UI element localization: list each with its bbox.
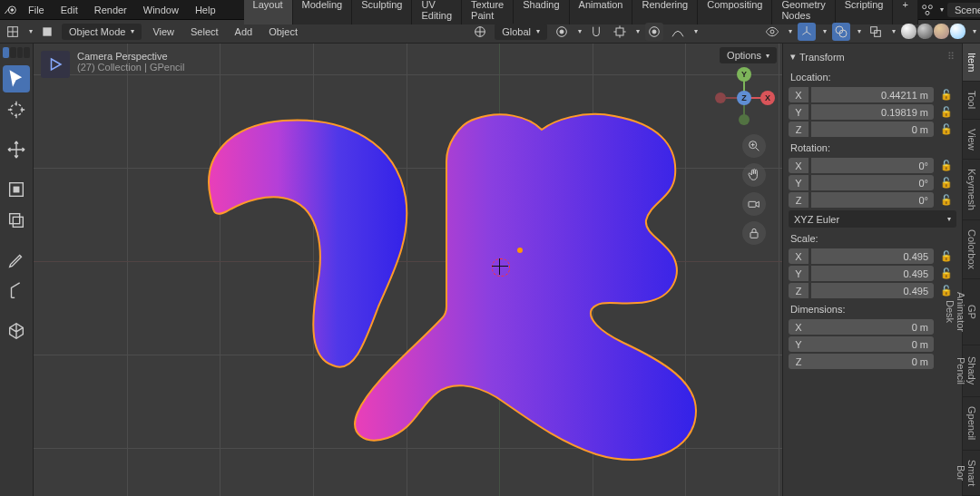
chevron-down-icon[interactable]: ▾ bbox=[940, 5, 944, 14]
mode-dropdown[interactable]: Object Mode▾ bbox=[62, 24, 142, 40]
tool-transform[interactable] bbox=[3, 207, 30, 234]
visibility-icon[interactable] bbox=[763, 23, 781, 41]
select-mode-2[interactable] bbox=[10, 47, 16, 58]
drag-handle-icon[interactable]: ⠿ bbox=[947, 51, 955, 63]
tool-select-box[interactable] bbox=[3, 65, 30, 92]
vtab-gp-animator[interactable]: GP Animator Desk bbox=[963, 279, 980, 345]
tool-move[interactable] bbox=[3, 136, 30, 163]
lock-icon[interactable]: 🔓 bbox=[936, 283, 956, 298]
select-mode-3[interactable] bbox=[17, 47, 24, 58]
blender-logo-icon[interactable] bbox=[4, 2, 18, 18]
shading-rendered-icon[interactable] bbox=[950, 24, 965, 39]
chevron-down-icon[interactable]: ▾ bbox=[858, 27, 861, 35]
vtab-gpencil[interactable]: Gpencil bbox=[963, 397, 980, 450]
lock-icon[interactable]: 🔓 bbox=[936, 104, 956, 120]
scene-selector-icon[interactable] bbox=[920, 3, 935, 17]
tab-rendering[interactable]: Rendering bbox=[632, 0, 698, 24]
options-dropdown[interactable]: Options▾ bbox=[720, 47, 777, 63]
viewport-icon[interactable] bbox=[41, 51, 70, 78]
shading-material-icon[interactable] bbox=[934, 24, 949, 39]
tab-compositing[interactable]: Compositing bbox=[698, 0, 772, 24]
loc-z-input[interactable]: 0 m bbox=[811, 122, 934, 137]
lock-icon[interactable]: 🔓 bbox=[936, 87, 956, 102]
menu-view[interactable]: View bbox=[147, 24, 180, 40]
scl-x-input[interactable]: 0.495 bbox=[811, 248, 934, 264]
menu-help[interactable]: Help bbox=[187, 2, 224, 18]
menu-window[interactable]: Window bbox=[135, 2, 187, 18]
scl-z-input[interactable]: 0.495 bbox=[811, 283, 934, 298]
shading-wireframe-icon[interactable] bbox=[901, 24, 916, 39]
gizmo-x[interactable]: X bbox=[760, 91, 775, 105]
proportional-edit-icon[interactable] bbox=[645, 23, 663, 41]
lock-icon[interactable]: 🔓 bbox=[936, 248, 956, 264]
gizmo-neg-y[interactable] bbox=[739, 114, 750, 125]
zoom-icon[interactable] bbox=[742, 134, 766, 158]
nav-gizmo[interactable]: Y X Z bbox=[717, 71, 771, 125]
lock-icon[interactable]: 🔓 bbox=[936, 192, 956, 208]
menu-object[interactable]: Object bbox=[263, 24, 303, 40]
loc-y-input[interactable]: 0.19819 m bbox=[811, 104, 934, 120]
tab-layout[interactable]: Layout bbox=[244, 0, 293, 24]
chevron-down-icon[interactable]: ▾ bbox=[694, 27, 698, 35]
perspective-lock-icon[interactable] bbox=[742, 221, 766, 245]
vtab-item[interactable]: Item bbox=[963, 44, 980, 82]
vtab-keymesh[interactable]: Keymesh bbox=[963, 160, 980, 220]
tab-uv-editing[interactable]: UV Editing bbox=[412, 0, 462, 24]
dim-y-input[interactable]: 0 m bbox=[808, 336, 934, 352]
editor-type-icon[interactable] bbox=[4, 23, 22, 41]
gpencil-object[interactable] bbox=[192, 93, 710, 474]
vtab-smart-bor[interactable]: Smart Bor bbox=[963, 451, 980, 496]
snap-icon[interactable] bbox=[587, 23, 605, 41]
tab-modeling[interactable]: Modeling bbox=[293, 0, 353, 24]
menu-edit[interactable]: Edit bbox=[53, 2, 86, 18]
dim-z-input[interactable]: 0 m bbox=[808, 354, 934, 369]
select-mode-4[interactable] bbox=[24, 47, 30, 58]
pan-icon[interactable] bbox=[742, 163, 766, 187]
add-workspace-button[interactable]: + bbox=[893, 0, 917, 24]
tool-measure[interactable] bbox=[3, 277, 30, 305]
vtab-colorbox[interactable]: Colorbox bbox=[963, 220, 980, 279]
orientation-dropdown[interactable]: Global▾ bbox=[495, 24, 547, 40]
tool-add-primitive[interactable] bbox=[3, 317, 30, 345]
camera-icon[interactable] bbox=[742, 192, 766, 216]
chevron-down-icon[interactable]: ▾ bbox=[892, 27, 896, 35]
chevron-down-icon[interactable]: ▾ bbox=[636, 27, 640, 35]
rot-x-input[interactable]: 0° bbox=[811, 158, 934, 173]
chevron-down-icon[interactable]: ▾ bbox=[578, 27, 582, 35]
lock-icon[interactable]: 🔓 bbox=[936, 175, 956, 190]
falloff-icon[interactable] bbox=[669, 23, 687, 41]
vtab-tool[interactable]: Tool bbox=[963, 82, 980, 119]
tab-shading[interactable]: Shading bbox=[514, 0, 569, 24]
panel-header-transform[interactable]: ▾ Transform ⠿ bbox=[789, 49, 956, 64]
menu-render[interactable]: Render bbox=[86, 2, 135, 18]
xray-icon[interactable] bbox=[867, 23, 885, 41]
select-mode-1[interactable] bbox=[3, 47, 9, 58]
rotation-mode-dropdown[interactable]: XYZ Euler▾ bbox=[789, 210, 956, 228]
scl-y-input[interactable]: 0.495 bbox=[811, 266, 934, 281]
dim-x-input[interactable]: 0 m bbox=[808, 319, 934, 335]
gizmo-z[interactable]: Z bbox=[737, 91, 751, 105]
tab-scripting[interactable]: Scripting bbox=[836, 0, 894, 24]
chevron-down-icon[interactable]: ▾ bbox=[823, 27, 827, 35]
tab-geometry-nodes[interactable]: Geometry Nodes bbox=[772, 0, 835, 24]
overlay-toggle-icon[interactable] bbox=[832, 23, 850, 41]
viewport[interactable]: Camera Perspective (27) Collection | GPe… bbox=[34, 44, 782, 496]
tool-cursor[interactable] bbox=[3, 96, 30, 123]
menu-select[interactable]: Select bbox=[185, 24, 224, 40]
gizmo-y[interactable]: Y bbox=[737, 67, 751, 82]
rot-z-input[interactable]: 0° bbox=[811, 192, 934, 208]
snap-target-icon[interactable] bbox=[611, 23, 629, 41]
lock-icon[interactable]: 🔓 bbox=[936, 266, 956, 281]
chevron-down-icon[interactable]: ▾ bbox=[29, 27, 33, 35]
rot-y-input[interactable]: 0° bbox=[811, 175, 934, 190]
chevron-down-icon[interactable]: ▾ bbox=[789, 27, 792, 35]
loc-x-input[interactable]: 0.44211 m bbox=[811, 87, 934, 102]
vtab-view[interactable]: View bbox=[963, 120, 980, 160]
tab-animation[interactable]: Animation bbox=[570, 0, 633, 24]
tool-annotate[interactable] bbox=[3, 247, 30, 274]
vtab-shady-pencil[interactable]: Shady Pencil bbox=[963, 345, 980, 398]
lock-icon[interactable]: 🔓 bbox=[936, 122, 956, 137]
lock-icon[interactable]: 🔓 bbox=[936, 158, 956, 173]
tab-texture-paint[interactable]: Texture Paint bbox=[462, 0, 514, 24]
scene-name[interactable]: Scene bbox=[947, 3, 980, 17]
